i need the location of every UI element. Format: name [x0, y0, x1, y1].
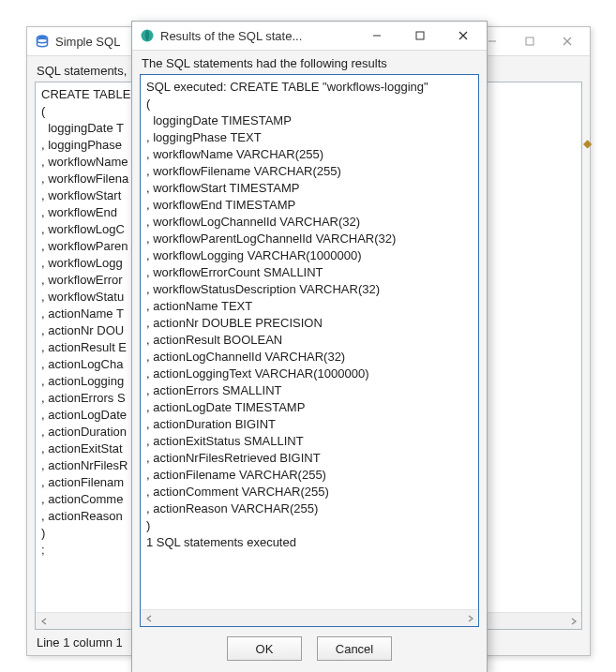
ok-button[interactable]: OK	[227, 636, 302, 661]
svg-rect-8	[416, 32, 424, 39]
front-textarea-label: The SQL statements had the following res…	[140, 56, 479, 74]
back-close-button[interactable]	[548, 28, 586, 54]
close-icon	[563, 37, 572, 46]
front-body: The SQL statements had the following res…	[132, 51, 487, 672]
sql-results-textarea[interactable]: SQL executed: CREATE TABLE "workflows-lo…	[141, 75, 478, 609]
scroll-right-arrow-icon[interactable]	[462, 610, 478, 626]
back-maximize-button[interactable]	[511, 28, 548, 54]
front-titlebar[interactable]: Results of the SQL state...	[132, 22, 487, 51]
close-icon	[458, 31, 468, 40]
front-horizontal-scrollbar[interactable]	[141, 609, 478, 626]
database-icon	[35, 34, 50, 49]
front-textarea-container: SQL executed: CREATE TABLE "workflows-lo…	[140, 74, 479, 627]
minimize-icon	[488, 37, 497, 46]
scroll-left-arrow-icon[interactable]	[36, 613, 52, 629]
front-maximize-button[interactable]	[398, 22, 442, 49]
svg-point-1	[38, 38, 48, 42]
scroll-right-arrow-icon[interactable]	[565, 613, 581, 629]
front-window-title: Results of the SQL state...	[160, 29, 355, 43]
diamond-marker-icon: ◆	[583, 137, 593, 146]
maximize-icon	[525, 37, 534, 46]
front-minimize-button[interactable]	[355, 22, 398, 49]
maximize-icon	[415, 31, 425, 40]
sql-results-dialog: Results of the SQL state... The SQL stat…	[131, 21, 488, 672]
front-close-button[interactable]	[442, 22, 485, 49]
cancel-button[interactable]: Cancel	[317, 636, 392, 661]
scroll-left-arrow-icon[interactable]	[141, 610, 157, 626]
app-icon	[140, 28, 155, 43]
svg-rect-3	[526, 37, 533, 45]
minimize-icon	[372, 31, 382, 40]
dialog-button-row: OK Cancel	[140, 627, 479, 666]
